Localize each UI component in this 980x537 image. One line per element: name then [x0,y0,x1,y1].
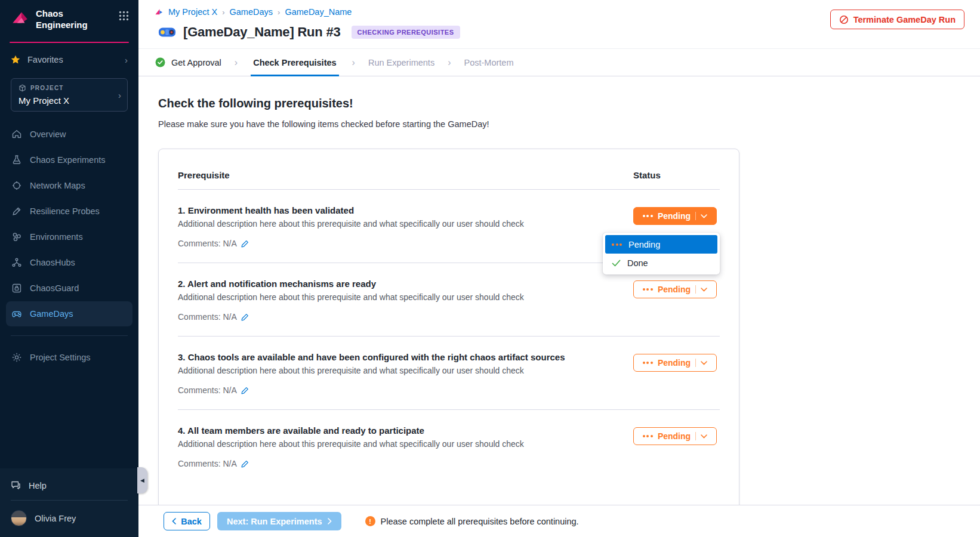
pending-dots-icon [643,215,653,217]
chevron-sep-icon: › [352,57,355,68]
option-label: Pending [628,240,660,249]
table-header: Prerequisite Status [159,149,739,189]
lock-icon [11,283,22,294]
step-label: Post-Mortem [464,58,513,67]
sidebar-item-label: GameDays [30,309,73,319]
edit-pencil-icon[interactable] [241,240,249,248]
chevron-down-icon [701,214,707,218]
step-label: Run Experiments [368,58,434,67]
project-name: My Project X [19,95,120,106]
sidebar-bottom: Help Olivia Frey [0,468,138,537]
prerequisite-description: Additional description here about this p… [178,219,615,229]
probe-icon [11,206,22,217]
breadcrumb-link-gameday-name[interactable]: GameDay_Name [285,7,352,17]
chevron-sep-icon: › [278,8,280,17]
warning-text: Please complete all prerequisites before… [381,517,579,526]
prerequisite-title: 4. All team members are available and re… [178,425,615,436]
status-dropdown-button[interactable]: Pending [633,207,717,225]
status-label: Pending [658,358,691,368]
prerequisite-row-1: 1. Environment health has been validated… [159,190,739,248]
sidebar-item-label: Resilience Probes [30,206,100,216]
app-grid-icon[interactable] [119,11,129,21]
step-label: Get Approval [171,58,221,67]
sidebar-item-chaoshubs[interactable]: ChaosHubs [6,250,132,275]
content: Check the following prerequisites! Pleas… [138,76,980,521]
cube-icon [19,84,26,92]
footer-bar: Back Next: Run Experiments ! Please comp… [138,505,980,537]
step-get-approval[interactable]: Get Approval [155,49,221,76]
option-label: Done [627,258,648,268]
status-dropdown-button[interactable]: Pending [633,280,717,298]
sidebar-item-environments[interactable]: Environments [6,224,132,249]
environments-icon [11,232,22,242]
user-name: Olivia Frey [35,514,76,523]
sidebar-item-label: Network Maps [30,181,85,190]
status-dropdown-button[interactable]: Pending [633,354,717,372]
sidebar-item-chaosguard[interactable]: ChaosGuard [6,276,132,301]
pending-dots-icon [643,288,653,291]
status-label: Pending [658,285,691,294]
chevron-right-icon: › [118,90,121,100]
button-separator [695,212,696,220]
sidebar-item-project-settings[interactable]: Project Settings [6,345,132,370]
sidebar-item-gamedays[interactable]: GameDays [6,301,132,326]
sidebar-item-label: Chaos Experiments [30,155,106,165]
breadcrumb-link-gamedays[interactable]: GameDays [230,7,273,17]
chaos-mini-icon [155,8,164,17]
prerequisite-title: 3. Chaos tools are available and have be… [178,352,615,362]
sidebar-item-resilience-probes[interactable]: Resilience Probes [6,199,132,224]
chevron-down-icon [701,288,707,292]
edit-pencil-icon[interactable] [241,387,249,394]
slash-circle-icon [839,15,849,24]
sidebar-item-overview[interactable]: Overview [6,122,132,147]
home-icon [11,129,22,140]
gear-icon [11,352,22,363]
breadcrumb-link-project[interactable]: My Project X [168,7,217,17]
sidebar-nav: Overview Chaos Experiments Network Maps [0,121,138,327]
step-check-prerequisites[interactable]: Check Prerequisites [251,49,338,76]
help-label: Help [29,481,47,490]
network-icon [11,180,22,191]
footer-warning: ! Please complete all prerequisites befo… [365,516,579,526]
content-subheading: Please make sure you have the following … [158,119,980,129]
dropdown-option-done[interactable]: Done [605,254,717,272]
sidebar-item-chaos-experiments[interactable]: Chaos Experiments [6,147,132,172]
prerequisite-description: Additional description here about this p… [178,292,615,302]
user-menu[interactable]: Olivia Frey [0,503,138,531]
comments-label: Comments: N/A [178,239,237,248]
sidebar-item-network-maps[interactable]: Network Maps [6,173,132,198]
chevron-right-icon [328,518,332,524]
step-run-experiments[interactable]: Run Experiments [368,49,434,76]
flask-icon [11,155,22,165]
stepper: Get Approval › Check Prerequisites › Run… [138,48,980,76]
comments-label: Comments: N/A [178,312,237,322]
step-label: Check Prerequisites [253,58,336,67]
next-run-experiments-button[interactable]: Next: Run Experiments [217,512,341,530]
step-post-mortem[interactable]: Post-Mortem [464,49,513,76]
col-prerequisite: Prerequisite [178,170,633,180]
help-chat-icon [11,480,21,490]
star-icon [11,55,20,64]
comments-label: Comments: N/A [178,385,237,395]
sidebar-item-help[interactable]: Help [0,473,138,498]
status-dropdown-button[interactable]: Pending [633,427,717,445]
sidebar-item-label: Environments [30,232,83,242]
sidebar-collapse-handle[interactable]: ◀ [137,467,147,493]
edit-pencil-icon[interactable] [241,460,249,468]
chaos-logo-icon [10,8,30,29]
back-button[interactable]: Back [164,512,210,530]
dropdown-option-pending[interactable]: Pending [605,235,717,254]
edit-pencil-icon[interactable] [241,313,249,321]
brand-row: Chaos Engineering [0,0,138,38]
gamepad-emoji-icon [158,26,176,38]
comments-label: Comments: N/A [178,459,237,468]
sidebar: Chaos Engineering Favorites › PROJECT My… [0,0,138,537]
project-selector[interactable]: PROJECT My Project X › [11,78,128,112]
gamepad-icon [11,308,22,319]
brand-name: Chaos Engineering [36,8,94,31]
sidebar-item-favorites[interactable]: Favorites › [0,43,138,70]
next-label: Next: Run Experiments [227,517,322,526]
terminate-gameday-button[interactable]: Terminate GameDay Run [830,10,964,29]
check-icon [612,260,621,267]
sidebar-item-label: Project Settings [30,353,91,362]
